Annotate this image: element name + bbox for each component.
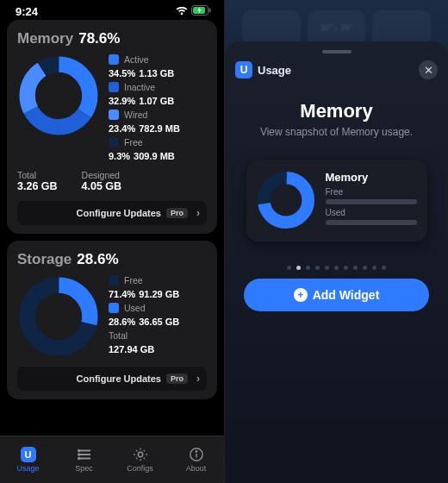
legend-values-total: 127.94 GB <box>109 344 207 354</box>
preview-donut-icon <box>257 171 315 229</box>
svg-point-15 <box>78 454 79 455</box>
memory-designed: Designed 4.05 GB <box>82 170 122 192</box>
svg-point-16 <box>78 458 79 460</box>
usage-app-screen: 9:24 Memory 78.6% <box>0 0 225 483</box>
close-icon: ✕ <box>424 64 433 77</box>
widget-picker-sheet: U Usage ✕ Memory View snapshot of Memory… <box>225 41 448 483</box>
swatch-icon <box>109 110 119 120</box>
page-dot[interactable] <box>334 266 339 270</box>
svg-point-14 <box>78 450 79 452</box>
gear-icon <box>133 447 148 462</box>
page-dot[interactable] <box>353 266 358 270</box>
clock: 9:24 <box>16 5 38 18</box>
legend-row-free: Free <box>109 137 207 147</box>
svg-rect-2 <box>209 9 211 13</box>
info-icon <box>189 447 204 462</box>
svg-point-23 <box>275 189 297 211</box>
sheet-grabber[interactable] <box>322 50 352 53</box>
background-widget-left <box>242 10 301 45</box>
widget-hero-subtitle: View snapshot of Memory usage. <box>235 126 438 138</box>
spec-icon <box>77 447 92 462</box>
storage-legend: Free 71.4% 91.29 GB Used 28.6% 36.65 GB <box>109 275 207 358</box>
plus-icon: + <box>294 288 308 302</box>
page-dot[interactable] <box>344 266 348 270</box>
tab-about[interactable]: About <box>168 436 224 483</box>
storage-card: Storage 28.6% Free 7 <box>7 241 217 399</box>
page-dot[interactable] <box>325 266 329 270</box>
configure-updates-button[interactable]: Configure Updates Pro › <box>17 367 207 391</box>
chevron-right-icon: › <box>196 373 200 385</box>
svg-point-10 <box>40 298 76 334</box>
memory-bottom-row: Total 3.26 GB Designed 4.05 GB <box>17 170 207 192</box>
storage-title-row: Storage 28.6% <box>17 251 207 268</box>
storage-title: Storage <box>17 251 72 268</box>
background-widgets: 32° ↓ 25° <box>242 10 431 45</box>
page-dot[interactable] <box>372 266 376 270</box>
memory-card: Memory 78.6% <box>7 20 217 234</box>
legend-values-active: 34.5% 1.13 GB <box>109 68 207 78</box>
memory-percent: 78.6% <box>78 30 120 47</box>
swatch-icon <box>109 303 119 313</box>
preview-bar-used <box>326 220 417 225</box>
cards-container: Memory 78.6% <box>0 20 224 399</box>
usage-app-icon: U <box>235 61 252 78</box>
memory-total: Total 3.26 GB <box>17 170 58 192</box>
close-button[interactable]: ✕ <box>419 60 438 79</box>
legend-row-active: Active <box>109 54 207 65</box>
preview-info: Memory Free Used <box>326 171 417 229</box>
background-widget-right <box>372 10 431 45</box>
page-dot[interactable] <box>363 266 367 270</box>
tab-usage[interactable]: U Usage <box>0 436 56 483</box>
memory-donut-chart <box>17 54 100 137</box>
widget-gallery-screen: 32° ↓ 25° U Usage ✕ Memory View snapshot… <box>225 0 448 483</box>
tab-bar: U Usage Spec Configs About <box>0 436 224 483</box>
swatch-icon <box>109 54 119 65</box>
legend-values-free: 71.4% 91.29 GB <box>109 289 207 299</box>
legend-row-inactive: Inactive <box>109 82 207 92</box>
pro-badge: Pro <box>166 208 188 218</box>
sheet-header: U Usage ✕ <box>235 60 438 79</box>
memory-title: Memory <box>17 30 73 47</box>
tab-configs[interactable]: Configs <box>112 436 168 483</box>
widget-hero: Memory View snapshot of Memory usage. <box>235 100 438 138</box>
pro-badge: Pro <box>166 373 188 384</box>
page-dot[interactable] <box>315 266 320 270</box>
svg-point-17 <box>138 452 142 456</box>
add-widget-button[interactable]: + Add Widget <box>244 279 429 311</box>
sheet-app-label: U Usage <box>235 61 291 78</box>
svg-point-7 <box>40 78 76 113</box>
preview-bar-free <box>326 199 417 204</box>
widget-hero-title: Memory <box>235 100 438 122</box>
memory-title-row: Memory 78.6% <box>17 30 207 47</box>
storage-percent: 28.6% <box>77 251 118 268</box>
page-dot[interactable] <box>296 266 301 270</box>
page-dot[interactable] <box>287 266 291 270</box>
legend-values-inactive: 32.9% 1.07 GB <box>109 96 207 106</box>
status-icons <box>176 5 212 18</box>
memory-legend: Active 34.5% 1.13 GB Inactive 32.9% 1.07… <box>109 54 207 161</box>
configure-updates-button[interactable]: Configure Updates Pro › <box>17 201 207 225</box>
legend-values-free: 9.3% 309.9 MB <box>109 151 207 161</box>
legend-row-used: Used <box>109 303 207 313</box>
legend-values-wired: 23.4% 782.9 MB <box>109 123 207 134</box>
background-widget-weather: 32° ↓ 25° <box>308 10 366 45</box>
page-dot[interactable] <box>306 266 310 270</box>
widget-preview-card[interactable]: Memory Free Used <box>246 160 427 242</box>
page-dots[interactable] <box>235 266 438 270</box>
legend-row-total: Total <box>109 330 207 341</box>
page-dot[interactable] <box>382 266 386 270</box>
wifi-icon <box>176 5 188 18</box>
swatch-icon <box>109 137 119 147</box>
chevron-right-icon: › <box>196 207 200 219</box>
storage-donut-chart <box>17 275 100 358</box>
usage-app-icon: U <box>21 447 36 462</box>
status-bar: 9:24 <box>0 0 224 20</box>
swatch-icon <box>109 275 119 285</box>
legend-row-wired: Wired <box>109 110 207 120</box>
tab-spec[interactable]: Spec <box>56 436 112 483</box>
svg-point-20 <box>196 451 196 452</box>
swatch-icon <box>109 82 119 92</box>
battery-icon <box>191 5 212 18</box>
legend-values-used: 28.6% 36.65 GB <box>109 317 207 327</box>
legend-row-free: Free <box>109 275 207 285</box>
